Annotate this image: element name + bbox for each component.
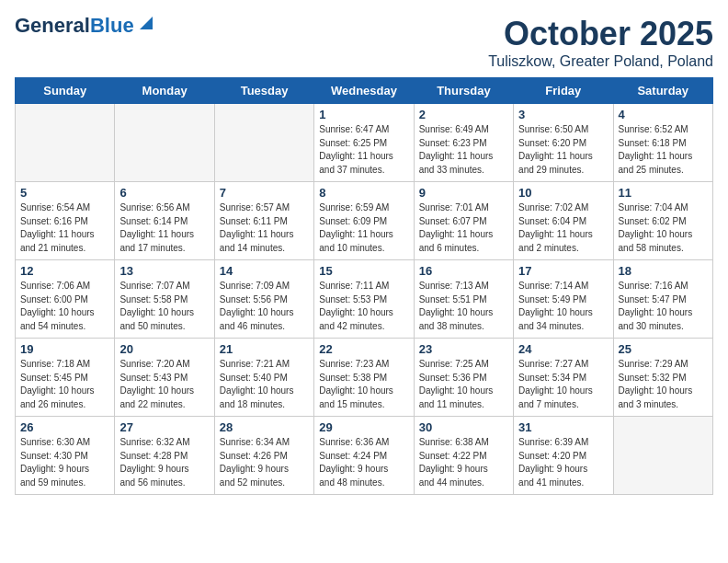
- weekday-header: Sunday: [16, 78, 115, 104]
- day-info: Sunrise: 6:57 AM Sunset: 6:11 PM Dayligh…: [220, 201, 309, 255]
- day-info: Sunrise: 7:20 AM Sunset: 5:43 PM Dayligh…: [119, 358, 209, 411]
- calendar-cell: [613, 417, 712, 495]
- day-info: Sunrise: 6:59 AM Sunset: 6:09 PM Dayligh…: [319, 201, 408, 255]
- calendar-cell: 14Sunrise: 7:09 AM Sunset: 5:56 PM Dayli…: [214, 260, 313, 339]
- day-number: 9: [419, 186, 508, 200]
- logo: GeneralBlue: [15, 15, 156, 37]
- day-info: Sunrise: 6:50 AM Sunset: 6:20 PM Dayligh…: [518, 123, 608, 177]
- calendar-cell: 17Sunrise: 7:14 AM Sunset: 5:49 PM Dayli…: [514, 260, 613, 339]
- calendar-cell: 15Sunrise: 7:11 AM Sunset: 5:53 PM Dayli…: [314, 260, 414, 339]
- svg-marker-0: [140, 17, 153, 29]
- day-number: 21: [220, 342, 309, 356]
- day-number: 18: [619, 264, 708, 278]
- calendar-cell: 21Sunrise: 7:21 AM Sunset: 5:40 PM Dayli…: [214, 339, 313, 417]
- calendar-cell: 9Sunrise: 7:01 AM Sunset: 6:07 PM Daylig…: [414, 182, 513, 260]
- day-number: 25: [619, 342, 708, 356]
- day-info: Sunrise: 6:30 AM Sunset: 4:30 PM Dayligh…: [20, 436, 109, 489]
- day-info: Sunrise: 7:09 AM Sunset: 5:56 PM Dayligh…: [220, 280, 309, 333]
- calendar-cell: 13Sunrise: 7:07 AM Sunset: 5:58 PM Dayli…: [115, 260, 214, 339]
- day-number: 7: [220, 186, 309, 200]
- calendar-table: SundayMondayTuesdayWednesdayThursdayFrid…: [15, 77, 713, 495]
- calendar-cell: 24Sunrise: 7:27 AM Sunset: 5:34 PM Dayli…: [514, 339, 613, 417]
- calendar-cell: 8Sunrise: 6:59 AM Sunset: 6:09 PM Daylig…: [314, 182, 414, 260]
- day-info: Sunrise: 7:14 AM Sunset: 5:49 PM Dayligh…: [518, 280, 608, 333]
- calendar-cell: 25Sunrise: 7:29 AM Sunset: 5:32 PM Dayli…: [613, 339, 712, 417]
- day-info: Sunrise: 7:04 AM Sunset: 6:02 PM Dayligh…: [619, 201, 708, 255]
- day-info: Sunrise: 6:47 AM Sunset: 6:25 PM Dayligh…: [319, 123, 408, 177]
- calendar-week-row: 5Sunrise: 6:54 AM Sunset: 6:16 PM Daylig…: [16, 182, 713, 260]
- day-info: Sunrise: 6:32 AM Sunset: 4:28 PM Dayligh…: [119, 436, 209, 489]
- calendar-week-row: 12Sunrise: 7:06 AM Sunset: 6:00 PM Dayli…: [16, 260, 713, 339]
- day-info: Sunrise: 6:52 AM Sunset: 6:18 PM Dayligh…: [619, 123, 708, 177]
- day-info: Sunrise: 6:38 AM Sunset: 4:22 PM Dayligh…: [419, 436, 508, 489]
- calendar-cell: 2Sunrise: 6:49 AM Sunset: 6:23 PM Daylig…: [414, 104, 513, 182]
- weekday-header: Saturday: [613, 78, 712, 104]
- day-info: Sunrise: 6:54 AM Sunset: 6:16 PM Dayligh…: [20, 201, 109, 255]
- calendar-cell: 1Sunrise: 6:47 AM Sunset: 6:25 PM Daylig…: [314, 104, 414, 182]
- day-info: Sunrise: 6:34 AM Sunset: 4:26 PM Dayligh…: [220, 436, 309, 489]
- day-info: Sunrise: 7:18 AM Sunset: 5:45 PM Dayligh…: [20, 358, 109, 411]
- calendar-cell: 20Sunrise: 7:20 AM Sunset: 5:43 PM Dayli…: [115, 339, 214, 417]
- day-info: Sunrise: 6:36 AM Sunset: 4:24 PM Dayligh…: [319, 436, 408, 489]
- calendar-header-row: SundayMondayTuesdayWednesdayThursdayFrid…: [16, 78, 713, 104]
- calendar-cell: [214, 104, 313, 182]
- calendar-cell: 22Sunrise: 7:23 AM Sunset: 5:38 PM Dayli…: [314, 339, 414, 417]
- calendar-cell: 3Sunrise: 6:50 AM Sunset: 6:20 PM Daylig…: [514, 104, 613, 182]
- day-number: 1: [319, 108, 408, 121]
- calendar-cell: 12Sunrise: 7:06 AM Sunset: 6:00 PM Dayli…: [16, 260, 115, 339]
- day-number: 8: [319, 186, 408, 200]
- weekday-header: Tuesday: [214, 78, 313, 104]
- day-number: 2: [419, 108, 508, 121]
- calendar-cell: 16Sunrise: 7:13 AM Sunset: 5:51 PM Dayli…: [414, 260, 513, 339]
- day-number: 4: [619, 108, 708, 121]
- weekday-header: Friday: [514, 78, 613, 104]
- day-number: 23: [419, 342, 508, 356]
- day-info: Sunrise: 7:01 AM Sunset: 6:07 PM Dayligh…: [419, 201, 508, 255]
- day-number: 27: [119, 420, 209, 434]
- day-number: 29: [319, 420, 408, 434]
- calendar-cell: 6Sunrise: 6:56 AM Sunset: 6:14 PM Daylig…: [115, 182, 214, 260]
- day-info: Sunrise: 7:13 AM Sunset: 5:51 PM Dayligh…: [419, 280, 508, 333]
- title-block: October 2025 Tuliszkow, Greater Poland, …: [488, 15, 713, 70]
- calendar-cell: 11Sunrise: 7:04 AM Sunset: 6:02 PM Dayli…: [613, 182, 712, 260]
- day-number: 5: [20, 186, 109, 200]
- day-number: 15: [319, 264, 408, 278]
- calendar-week-row: 26Sunrise: 6:30 AM Sunset: 4:30 PM Dayli…: [16, 417, 713, 495]
- day-info: Sunrise: 7:07 AM Sunset: 5:58 PM Dayligh…: [119, 280, 209, 333]
- day-info: Sunrise: 6:49 AM Sunset: 6:23 PM Dayligh…: [419, 123, 508, 177]
- day-number: 17: [518, 264, 608, 278]
- weekday-header: Thursday: [414, 78, 513, 104]
- weekday-header: Monday: [115, 78, 214, 104]
- calendar-cell: 30Sunrise: 6:38 AM Sunset: 4:22 PM Dayli…: [414, 417, 513, 495]
- calendar-cell: [115, 104, 214, 182]
- calendar-cell: 31Sunrise: 6:39 AM Sunset: 4:20 PM Dayli…: [514, 417, 613, 495]
- day-number: 13: [119, 264, 209, 278]
- day-number: 24: [518, 342, 608, 356]
- calendar-cell: 19Sunrise: 7:18 AM Sunset: 5:45 PM Dayli…: [16, 339, 115, 417]
- day-info: Sunrise: 7:16 AM Sunset: 5:47 PM Dayligh…: [619, 280, 708, 333]
- logo-text: GeneralBlue: [15, 15, 134, 37]
- calendar-cell: 7Sunrise: 6:57 AM Sunset: 6:11 PM Daylig…: [214, 182, 313, 260]
- day-number: 19: [20, 342, 109, 356]
- calendar-cell: 28Sunrise: 6:34 AM Sunset: 4:26 PM Dayli…: [214, 417, 313, 495]
- day-info: Sunrise: 7:11 AM Sunset: 5:53 PM Dayligh…: [319, 280, 408, 333]
- day-info: Sunrise: 6:39 AM Sunset: 4:20 PM Dayligh…: [518, 436, 608, 489]
- day-info: Sunrise: 7:06 AM Sunset: 6:00 PM Dayligh…: [20, 280, 109, 333]
- day-number: 26: [20, 420, 109, 434]
- month-title: October 2025: [488, 15, 713, 53]
- day-number: 12: [20, 264, 109, 278]
- day-info: Sunrise: 7:25 AM Sunset: 5:36 PM Dayligh…: [419, 358, 508, 411]
- day-info: Sunrise: 7:29 AM Sunset: 5:32 PM Dayligh…: [619, 358, 708, 411]
- calendar-cell: 18Sunrise: 7:16 AM Sunset: 5:47 PM Dayli…: [613, 260, 712, 339]
- day-number: 11: [619, 186, 708, 200]
- day-info: Sunrise: 6:56 AM Sunset: 6:14 PM Dayligh…: [119, 201, 209, 255]
- day-number: 14: [220, 264, 309, 278]
- day-number: 30: [419, 420, 508, 434]
- calendar-week-row: 19Sunrise: 7:18 AM Sunset: 5:45 PM Dayli…: [16, 339, 713, 417]
- calendar-cell: [16, 104, 115, 182]
- day-number: 3: [518, 108, 608, 121]
- calendar-week-row: 1Sunrise: 6:47 AM Sunset: 6:25 PM Daylig…: [16, 104, 713, 182]
- location-title: Tuliszkow, Greater Poland, Poland: [488, 53, 713, 70]
- calendar-cell: 10Sunrise: 7:02 AM Sunset: 6:04 PM Dayli…: [514, 182, 613, 260]
- calendar-cell: 29Sunrise: 6:36 AM Sunset: 4:24 PM Dayli…: [314, 417, 414, 495]
